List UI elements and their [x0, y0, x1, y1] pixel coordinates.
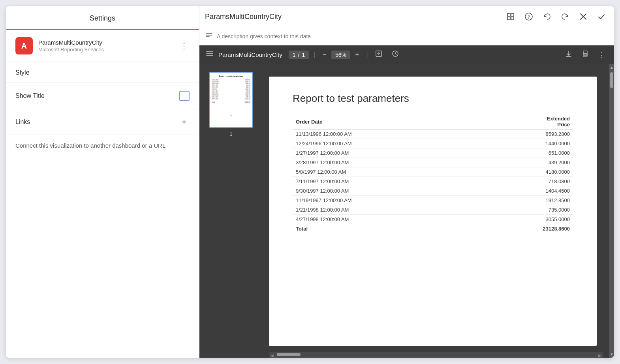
pdf-main-page: Report to test parameters Order Date Ext…: [269, 77, 597, 346]
table-row: 3/28/1997 12:00:00 AM439.2000: [293, 158, 573, 167]
redo-button[interactable]: [558, 9, 572, 24]
scroll-down-arrow[interactable]: ▼: [610, 351, 614, 358]
item-subtitle: Microsoft Reporting Services: [38, 47, 173, 53]
scroll-left-arrow[interactable]: ◀: [271, 353, 274, 358]
nav-divider-2: |: [366, 51, 368, 58]
scrollbar-h-thumb[interactable]: [277, 353, 301, 356]
help-button[interactable]: ?: [522, 9, 536, 24]
nav-page-info: 1 / 1: [289, 51, 309, 59]
table-row: 11/13/1996 12:00:00 AM8593.2800: [293, 129, 573, 139]
links-label: Links: [15, 118, 30, 126]
pdf-viewer-area: ParamsMultiCountryCity 1 / 1 | − 56% + |: [199, 45, 614, 358]
nav-page-separator: /: [298, 52, 300, 58]
grid-view-button[interactable]: [504, 9, 518, 24]
settings-header: Settings: [6, 6, 199, 30]
table-row: 1/21/1998 12:00:00 AM735.0000: [293, 205, 573, 215]
pdf-thumbnails: Report to test parameters Order DateExt …: [199, 64, 263, 358]
svg-text:?: ?: [528, 14, 530, 20]
item-info: ParamsMultiCountryCity Microsoft Reporti…: [38, 39, 173, 53]
svg-rect-20: [584, 54, 586, 56]
pdf-panel: ?: [199, 6, 614, 358]
col-order-date: Order Date: [293, 114, 475, 129]
nav-zoom-controls: − 56% +: [320, 50, 361, 60]
pdf-thumbnail-1[interactable]: Report to test parameters Order DateExt …: [209, 72, 253, 128]
report-title: Report to test parameters: [293, 92, 573, 105]
description-bar: [199, 27, 614, 45]
thumbnail-page-number: 1: [229, 131, 232, 137]
more-options-button[interactable]: ⋮: [178, 39, 190, 52]
scroll-right-arrow[interactable]: ▶: [598, 353, 601, 358]
svg-rect-18: [583, 51, 587, 53]
confirm-button[interactable]: [594, 9, 609, 24]
show-title-checkbox[interactable]: [179, 91, 190, 101]
scroll-up-arrow[interactable]: ▲: [610, 64, 614, 71]
table-row: 12/24/1996 12:00:00 AM1440.0000: [293, 139, 573, 148]
style-section-label: Style: [6, 62, 199, 83]
pdf-title-input[interactable]: [205, 13, 500, 21]
description-input[interactable]: [217, 33, 609, 39]
settings-panel: Settings A ParamsMultiCountryCity Micros…: [6, 6, 199, 358]
top-toolbar-actions: ?: [504, 9, 609, 24]
svg-point-21: [587, 54, 588, 54]
history-button[interactable]: [389, 49, 401, 61]
nav-divider: |: [314, 51, 315, 58]
connect-text: Connect this visualization to another da…: [6, 135, 199, 156]
table-row: 4/27/1998 12:00:00 AM3055.0000: [293, 215, 573, 224]
table-row: 1/27/1997 12:00:00 AM651.0000: [293, 148, 573, 158]
pdf-toolbar-top: ?: [199, 6, 614, 27]
svg-rect-2: [507, 17, 510, 20]
table-row: 7/11/1997 12:00:00 AM718.0800: [293, 177, 573, 186]
total-label: Total: [293, 224, 475, 234]
more-options-nav-button[interactable]: ⋮: [596, 49, 608, 61]
settings-item-row: A ParamsMultiCountryCity Microsoft Repor…: [6, 30, 199, 62]
report-table: Order Date ExtendedPrice 11/13/1996 12:0…: [293, 114, 573, 233]
table-row: 11/19/1997 12:00:00 AM1912.8500: [293, 196, 573, 205]
description-icon: [205, 31, 213, 41]
col-extended-price: ExtendedPrice: [475, 114, 573, 129]
nav-page-total: 1: [302, 52, 305, 58]
scrollbar-v-thumb[interactable]: [610, 72, 613, 88]
table-row: 5/8/1997 12:00:00 AM4180.0000: [293, 167, 573, 177]
total-row: Total 23128.8600: [293, 224, 573, 234]
show-title-row: Show Title: [6, 83, 199, 109]
total-value: 23128.8600: [475, 224, 573, 234]
nav-hamburger-icon[interactable]: [206, 50, 214, 60]
download-button[interactable]: [563, 49, 575, 61]
svg-rect-1: [511, 13, 514, 16]
undo-button[interactable]: [540, 9, 554, 24]
vertical-scrollbar[interactable]: ▲ ▼: [609, 64, 614, 358]
settings-title: Settings: [15, 14, 190, 23]
zoom-in-button[interactable]: +: [353, 50, 362, 60]
svg-rect-0: [507, 13, 510, 16]
fit-page-button[interactable]: [373, 49, 385, 61]
file-icon-letter: A: [21, 41, 27, 51]
show-title-label: Show Title: [15, 92, 45, 99]
pdf-nav-bar: ParamsMultiCountryCity 1 / 1 | − 56% + |: [199, 45, 614, 64]
file-icon: A: [15, 37, 33, 54]
nav-doc-title: ParamsMultiCountryCity: [218, 51, 282, 58]
zoom-out-button[interactable]: −: [320, 50, 329, 60]
item-name: ParamsMultiCountryCity: [38, 39, 173, 46]
zoom-value: 56%: [331, 51, 350, 59]
links-row: Links +: [6, 109, 199, 135]
add-link-button[interactable]: +: [178, 116, 190, 128]
svg-rect-3: [511, 17, 514, 20]
print-button[interactable]: [579, 49, 591, 61]
table-row: 9/30/1997 12:00:00 AM1404.4500: [293, 186, 573, 196]
horizontal-scrollbar[interactable]: ◀ ▶: [269, 352, 603, 358]
close-button[interactable]: [576, 9, 590, 24]
nav-page-current: 1: [293, 52, 296, 58]
